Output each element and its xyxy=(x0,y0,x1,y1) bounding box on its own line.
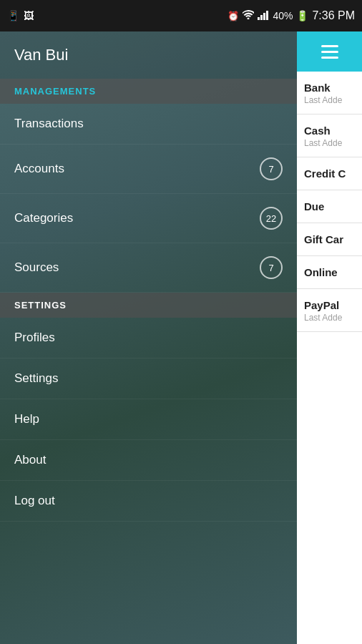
account-item-online[interactable]: Online xyxy=(297,256,362,289)
profiles-label: Profiles xyxy=(14,331,55,345)
svg-rect-0 xyxy=(258,17,260,20)
menu-item-logout[interactable]: Log out xyxy=(0,481,297,522)
right-panel: Bank Last Adde Cash Last Adde Credit C D… xyxy=(297,31,362,644)
battery-percent: 40% xyxy=(273,10,293,21)
settings-label: Settings xyxy=(14,371,58,386)
status-bar: 📱 🖼 ⏰ 40% 🔋 7:36 PM xyxy=(0,0,362,31)
account-name-credit: Credit C xyxy=(304,167,355,180)
account-name-giftcard: Gift Car xyxy=(304,233,355,245)
image-icon: 🖼 xyxy=(24,10,34,21)
left-menu: Van Bui MANAGEMENTS Transactions Account… xyxy=(0,31,297,644)
signal-icon xyxy=(258,10,269,22)
account-list: Bank Last Adde Cash Last Adde Credit C D… xyxy=(297,72,362,644)
account-item-paypal[interactable]: PayPal Last Adde xyxy=(297,289,362,332)
menu-item-transactions[interactable]: Transactions xyxy=(0,104,297,145)
status-time: 7:36 PM xyxy=(312,9,355,22)
account-sub-bank: Last Adde xyxy=(304,95,355,105)
managements-section-header: MANAGEMENTS xyxy=(0,79,297,104)
hamburger-line-2 xyxy=(321,51,338,53)
hamburger-line-3 xyxy=(321,57,338,59)
sources-badge: 7 xyxy=(260,256,283,279)
menu-item-about[interactable]: About xyxy=(0,440,297,481)
help-label: Help xyxy=(14,412,39,426)
account-sub-cash: Last Adde xyxy=(304,138,355,148)
account-name-paypal: PayPal xyxy=(304,299,355,311)
account-sub-paypal: Last Adde xyxy=(304,313,355,323)
main-layout: Van Bui MANAGEMENTS Transactions Account… xyxy=(0,31,362,644)
transactions-label: Transactions xyxy=(14,117,84,131)
svg-rect-1 xyxy=(260,15,263,20)
user-header: Van Bui xyxy=(0,31,297,79)
about-label: About xyxy=(14,453,46,467)
accounts-label: Accounts xyxy=(14,162,64,176)
account-name-online: Online xyxy=(304,266,355,278)
account-name-due: Due xyxy=(304,200,355,213)
menu-item-categories[interactable]: Categories 22 xyxy=(0,194,297,243)
sources-label: Sources xyxy=(14,260,59,275)
categories-badge: 22 xyxy=(260,207,283,230)
hamburger-line-1 xyxy=(321,45,338,47)
svg-rect-3 xyxy=(266,11,268,20)
wifi-icon xyxy=(243,10,254,21)
menu-item-accounts[interactable]: Accounts 7 xyxy=(0,145,297,194)
user-name: Van Bui xyxy=(14,46,283,64)
accounts-badge: 7 xyxy=(260,157,283,180)
logout-label: Log out xyxy=(14,494,55,508)
right-panel-header xyxy=(297,31,362,72)
menu-item-settings[interactable]: Settings xyxy=(0,358,297,399)
categories-label: Categories xyxy=(14,211,73,225)
alarm-icon: ⏰ xyxy=(228,11,239,21)
menu-item-profiles[interactable]: Profiles xyxy=(0,318,297,358)
account-name-bank: Bank xyxy=(304,82,355,94)
svg-rect-2 xyxy=(263,13,265,20)
settings-section-header: SETTINGS xyxy=(0,293,297,318)
menu-item-help[interactable]: Help xyxy=(0,399,297,440)
account-item-cash[interactable]: Cash Last Adde xyxy=(297,114,362,157)
account-item-due[interactable]: Due xyxy=(297,190,362,223)
account-name-cash: Cash xyxy=(304,125,355,137)
status-bar-right: ⏰ 40% 🔋 7:36 PM xyxy=(228,9,355,22)
hamburger-button[interactable] xyxy=(321,45,338,59)
battery-icon: 🔋 xyxy=(296,10,308,21)
menu-item-sources[interactable]: Sources 7 xyxy=(0,243,297,293)
account-item-credit[interactable]: Credit C xyxy=(297,157,362,190)
account-item-giftcard[interactable]: Gift Car xyxy=(297,223,362,256)
account-item-bank[interactable]: Bank Last Adde xyxy=(297,72,362,114)
status-bar-left: 📱 🖼 xyxy=(7,10,34,21)
phone-icon: 📱 xyxy=(7,10,19,21)
